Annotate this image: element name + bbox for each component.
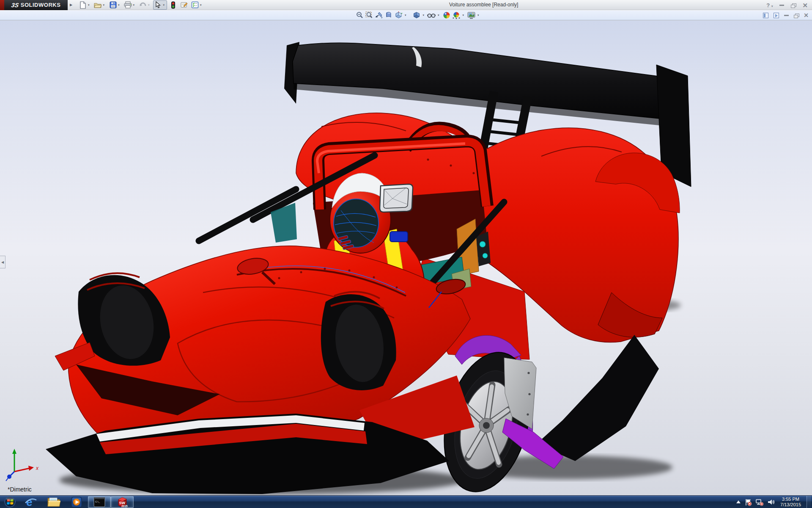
dropdown-arrow[interactable]: ▾ — [163, 3, 165, 7]
close-document-button[interactable]: ✕ — [804, 12, 809, 18]
dropdown-arrow[interactable]: ▾ — [118, 3, 120, 7]
action-center-flag-icon[interactable] — [745, 499, 752, 506]
title-bar: 3S SOLIDWORKS ▶ ▾ ▾ ▾ — [0, 0, 812, 10]
reference-triad: x — [5, 447, 42, 483]
media-player-button[interactable] — [65, 496, 88, 508]
print-icon — [124, 1, 132, 9]
section-view-icon[interactable] — [375, 11, 383, 19]
new-document-icon — [79, 1, 87, 9]
dropdown-arrow[interactable]: ▾ — [423, 14, 425, 17]
show-hidden-icons-button[interactable] — [736, 500, 741, 504]
dropdown-arrow[interactable]: ▾ — [88, 3, 90, 7]
select-cursor-icon — [154, 1, 162, 9]
windows-orb-icon — [4, 496, 16, 508]
view-orientation-label: *Dimetric — [8, 486, 32, 493]
ds-logo-glyph: 3S — [11, 2, 19, 8]
clock-date: 7/13/2015 — [780, 502, 801, 508]
hide-show-items-icon[interactable] — [427, 11, 436, 19]
options-button[interactable]: ▾ — [190, 0, 204, 10]
window-controls: ? ▾ ✕ — [766, 0, 808, 10]
clock-time: 3:55 PM — [780, 497, 801, 502]
zoom-to-fit-icon[interactable] — [355, 11, 364, 19]
dropdown-arrow[interactable]: ▾ — [103, 3, 105, 7]
system-tray: 3:55 PM 7/13/2015 — [736, 496, 812, 508]
options-checklist-icon — [191, 1, 199, 9]
brand-accent-stripe — [0, 0, 4, 10]
restore-button[interactable] — [791, 3, 796, 7]
windows-explorer-button[interactable] — [42, 496, 65, 508]
start-button[interactable] — [0, 496, 19, 508]
internet-explorer-button[interactable]: e — [19, 496, 42, 508]
solidworks-window: 3S SOLIDWORKS ▶ ▾ ▾ ▾ — [0, 0, 812, 508]
edit-note-icon — [180, 1, 188, 9]
edit-note-button[interactable] — [179, 0, 189, 10]
volume-icon[interactable] — [768, 499, 775, 505]
internet-explorer-icon: e — [25, 496, 37, 508]
cmd-label: C:\_ — [95, 500, 100, 503]
zoom-to-area-icon[interactable] — [365, 11, 373, 19]
heads-up-view-toolbar: ▾ ▾ ▾ ▾ ▾ — [355, 10, 481, 20]
sw-year: 2015 — [121, 504, 128, 507]
rebuild-traffic-light-icon — [169, 1, 177, 9]
triad-x-label: x — [36, 465, 39, 471]
restore-document-button[interactable] — [794, 14, 798, 17]
race-car-model[interactable] — [0, 21, 812, 495]
view-orientation-cube-icon[interactable] — [394, 11, 403, 19]
print-button[interactable]: ▾ — [123, 0, 137, 10]
undo-icon — [139, 1, 147, 9]
show-desktop-button[interactable] — [807, 496, 811, 508]
edit-appearance-icon[interactable] — [442, 11, 451, 19]
solidworks-logo: 3S SOLIDWORKS — [4, 0, 68, 10]
dropdown-arrow[interactable]: ▾ — [438, 14, 439, 17]
graphics-viewport[interactable]: ◀ x *Dimetric — [0, 21, 812, 495]
rebuild-button[interactable] — [168, 0, 178, 10]
new-document-button[interactable]: ▾ — [78, 0, 92, 10]
view-settings-icon[interactable] — [467, 11, 475, 19]
media-player-icon — [71, 496, 82, 508]
taskpane-toggle-icon[interactable] — [774, 13, 779, 18]
dropdown-arrow[interactable]: ▾ — [477, 14, 479, 17]
save-button[interactable]: ▾ — [108, 0, 122, 10]
apply-scene-icon[interactable] — [452, 11, 461, 19]
previous-view-icon[interactable] — [384, 11, 393, 19]
solidworks-taskbar-button[interactable]: SW 2015 — [111, 496, 134, 508]
dropdown-arrow[interactable]: ▾ — [200, 3, 202, 7]
dropdown-arrow[interactable]: ▾ — [133, 3, 135, 7]
dropdown-arrow[interactable]: ▾ — [463, 14, 464, 17]
open-folder-icon — [94, 1, 102, 9]
featuremanager-toggle-icon[interactable] — [763, 13, 768, 18]
brand-name: SOLIDWORKS — [21, 2, 61, 8]
minimize-document-button[interactable] — [784, 15, 789, 16]
undo-button[interactable]: ▾ — [138, 0, 152, 10]
command-prompt-icon: C:\_ — [93, 497, 105, 507]
close-button[interactable]: ✕ — [802, 2, 808, 8]
network-status-icon[interactable] — [756, 499, 764, 506]
collapsed-panel-arrow[interactable]: ◀ — [0, 256, 5, 268]
help-button[interactable]: ? ▾ — [766, 3, 773, 8]
document-window-controls: ✕ — [763, 10, 809, 20]
folder-icon — [47, 497, 60, 508]
taskbar-clock[interactable]: 3:55 PM 7/13/2015 — [780, 497, 801, 508]
open-button[interactable]: ▾ — [93, 0, 107, 10]
menu-expand-arrow[interactable]: ▶ — [68, 3, 74, 7]
display-style-icon[interactable] — [412, 11, 421, 19]
solidworks-2015-icon: SW 2015 — [116, 496, 128, 508]
dropdown-arrow[interactable]: ▾ — [148, 3, 150, 7]
save-floppy-icon — [109, 1, 117, 9]
heads-up-row: ▾ ▾ ▾ ▾ ▾ — [0, 10, 812, 20]
quick-access-toolbar: ▾ ▾ ▾ ▾ ▾ — [78, 0, 204, 10]
minimize-button[interactable] — [779, 5, 784, 6]
document-title: Voiture assomblee [Read-only] — [449, 2, 518, 8]
svg-text:e: e — [26, 496, 32, 508]
windows-taskbar: e C:\_ — [0, 495, 812, 508]
intake-scoop[interactable] — [380, 184, 413, 212]
select-tool-button[interactable]: ▾ — [153, 0, 167, 10]
command-prompt-button[interactable]: C:\_ — [88, 496, 111, 508]
dropdown-arrow[interactable]: ▾ — [405, 14, 406, 17]
